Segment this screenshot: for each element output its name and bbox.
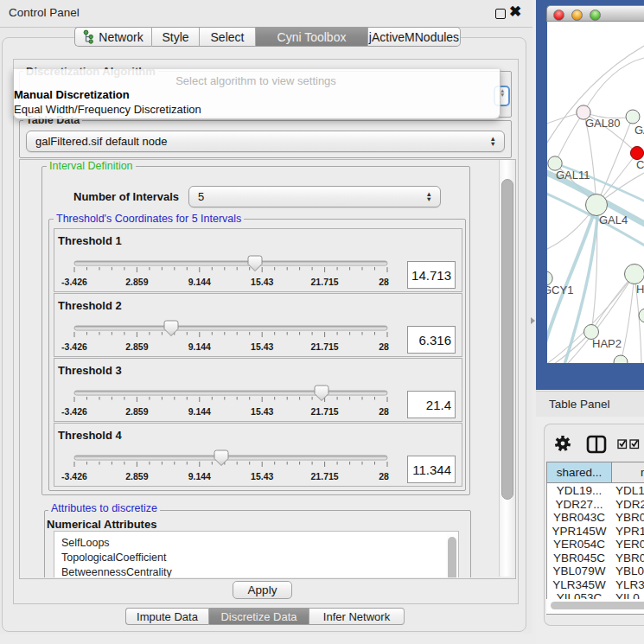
svg-text:GAL80: GAL80 [585,117,620,130]
svg-text:HAP2: HAP2 [592,337,622,350]
svg-text:H: H [636,283,644,296]
svg-text:GA: GA [634,124,644,137]
svg-text:GAL4: GAL4 [599,214,628,226]
svg-text:GAL11: GAL11 [556,169,590,182]
svg-text:GCY1: GCY1 [547,284,573,296]
svg-text:C: C [636,158,644,171]
